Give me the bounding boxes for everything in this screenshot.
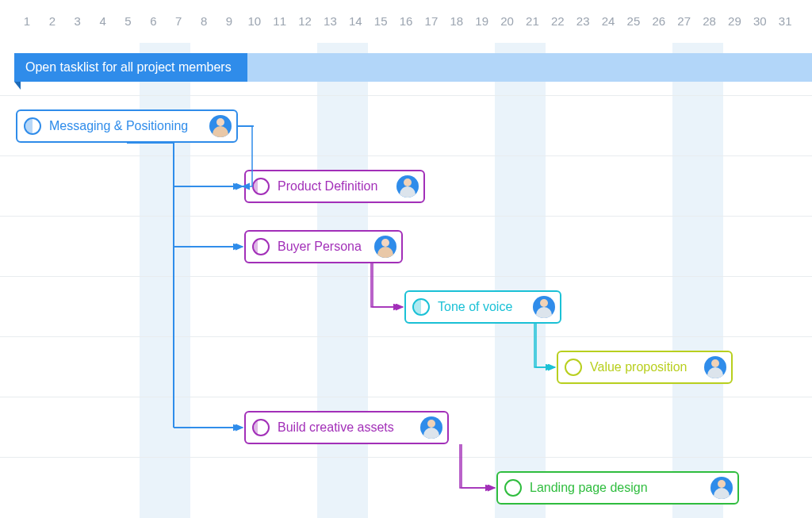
task-label: Landing page design [530,481,648,495]
avatar [704,356,726,378]
ruler-day: 11 [267,14,293,43]
task-label: Messaging & Positioning [49,119,188,133]
ruler-day: 16 [393,14,419,43]
ruler-day: 31 [772,14,798,43]
ruler-day: 22 [545,14,570,43]
grid-row-line [0,276,812,277]
ruler-day: 19 [469,14,495,43]
avatar [420,416,442,439]
ruler-day: 6 [140,14,166,43]
ruler-day: 25 [621,14,646,43]
weekend-col [698,43,723,518]
ruler-day: 14 [343,14,368,43]
ruler-day: 26 [646,14,672,43]
weekend-col [343,43,368,518]
ruler-day: 17 [419,14,444,43]
progress-icon [412,298,430,316]
progress-icon [565,359,582,376]
grid-row-line [0,336,812,337]
ruler-day: 4 [90,14,116,43]
task-tone-of-voice[interactable]: Tone of voice [404,290,561,324]
task-messaging-positioning[interactable]: Messaging & Positioning [16,109,238,143]
flag-icon [14,82,21,90]
task-label: Build creative assets [278,420,394,435]
avatar [209,115,232,137]
ruler-day: 13 [318,14,343,43]
weekend-col [672,43,698,518]
task-build-creative-assets[interactable]: Build creative assets [244,411,449,444]
weekend-col [317,43,343,518]
task-label: Product Definition [278,179,377,194]
gantt-chart: Open tasklist for all project members Me… [0,43,812,518]
date-ruler: 1234567891011121314151617181920212223242… [0,0,812,43]
tasklist-header-title: Open tasklist for all project members [25,60,232,75]
grid-row-line [0,95,812,96]
progress-icon [24,117,41,135]
ruler-day: 12 [293,14,318,43]
grid-row-line [0,457,812,458]
ruler-day: 23 [570,14,596,43]
avatar [533,296,555,318]
ruler-day: 28 [697,14,722,43]
ruler-day: 7 [166,14,191,43]
ruler-day: 3 [65,14,90,43]
task-label: Value proposition [590,360,687,374]
task-landing-page-design[interactable]: Landing page design [496,471,739,505]
weekend-col [495,43,520,518]
task-label: Buyer Persona [278,240,362,254]
ruler-day: 20 [495,14,520,43]
progress-icon [504,479,522,497]
task-value-proposition[interactable]: Value proposition [557,351,733,384]
ruler-day: 8 [191,14,216,43]
avatar [710,477,733,499]
tasklist-header-bar[interactable]: Open tasklist for all project members [14,53,812,82]
ruler-day: 15 [368,14,393,43]
grid-row-line [0,397,812,397]
grid-row-line [0,155,812,156]
progress-icon [252,238,270,255]
ruler-day: 2 [40,14,65,43]
ruler-day: 1 [14,14,40,43]
ruler-day: 29 [722,14,748,43]
progress-icon [252,419,270,436]
ruler-day: 18 [444,14,469,43]
ruler-day: 30 [747,14,772,43]
avatar [374,236,396,258]
ruler-day: 27 [672,14,697,43]
ruler-day: 10 [242,14,267,43]
weekend-col [520,43,546,518]
task-label: Tone of voice [438,300,512,314]
ruler-day: 24 [596,14,621,43]
grid-row-line [0,216,812,217]
ruler-day: 5 [116,14,141,43]
task-product-definition[interactable]: Product Definition [244,170,425,203]
avatar [396,175,419,198]
progress-icon [252,178,270,195]
task-buyer-persona[interactable]: Buyer Persona [244,230,403,263]
ruler-day: 9 [216,14,242,43]
ruler-day: 21 [520,14,546,43]
